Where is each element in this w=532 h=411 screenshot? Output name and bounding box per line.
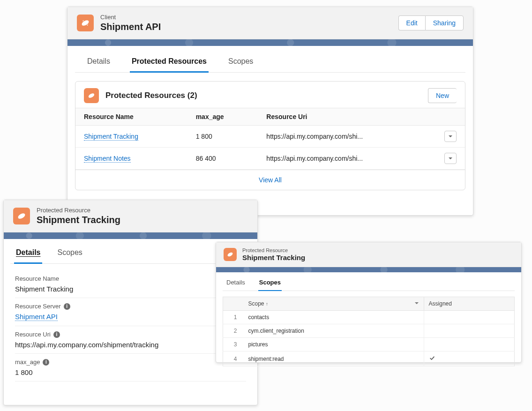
check-icon bbox=[429, 356, 435, 363]
view-all-link[interactable]: View All bbox=[259, 176, 282, 184]
decorative-ribbon bbox=[67, 39, 473, 46]
col-resource-uri[interactable]: Resource Uri bbox=[258, 108, 436, 126]
client-supertitle: Client bbox=[100, 14, 161, 21]
cell-assigned bbox=[424, 351, 514, 366]
edit-button[interactable]: Edit bbox=[398, 15, 425, 30]
scopes-header: Protected Resource Shipment Tracking bbox=[216, 242, 521, 267]
svg-point-2 bbox=[17, 212, 26, 220]
tab-details[interactable]: Details bbox=[225, 275, 246, 291]
resource-title: Shipment Tracking bbox=[37, 215, 120, 225]
resource-header-text: Protected Resource Shipment Tracking bbox=[37, 207, 120, 225]
field-label: Resource Name bbox=[15, 275, 246, 282]
tab-details[interactable]: Details bbox=[14, 244, 42, 264]
col-assigned[interactable]: Assigned bbox=[424, 297, 514, 311]
cell-assigned bbox=[424, 324, 514, 338]
field-value-link[interactable]: Shipment API bbox=[15, 313, 58, 321]
resource-link[interactable]: Shipment Notes bbox=[84, 155, 131, 163]
svg-point-1 bbox=[88, 92, 95, 98]
protected-resources-panel: Protected Resources (2) New Resource Nam… bbox=[75, 81, 465, 190]
client-title: Shipment API bbox=[100, 22, 161, 32]
resource-supertitle: Protected Resource bbox=[37, 207, 120, 214]
scopes-tabs: Details Scopes bbox=[223, 275, 515, 291]
col-scope-label: Scope bbox=[248, 300, 264, 307]
field-label: Resource Server bbox=[15, 303, 61, 310]
scopes-header-text: Protected Resource Shipment Tracking bbox=[242, 247, 305, 262]
chevron-down-icon bbox=[448, 156, 453, 161]
row-index: 4 bbox=[223, 351, 244, 366]
table-row: 4 shipment:read bbox=[223, 351, 515, 366]
col-scope[interactable]: Scope ↑ bbox=[244, 297, 424, 311]
scopes-table: Scope ↑ Assigned 1 contacts 2 cym.client… bbox=[223, 297, 515, 366]
field-resource-name: Resource Name Shipment Tracking bbox=[15, 270, 246, 298]
row-index: 2 bbox=[223, 324, 244, 338]
info-icon[interactable]: i bbox=[53, 331, 60, 338]
svg-point-3 bbox=[227, 252, 233, 257]
protected-resources-table: Resource Name max_age Resource Uri Shipm… bbox=[75, 108, 465, 170]
field-label: max_age bbox=[15, 359, 40, 366]
table-row: Shipment Tracking 1 800 https://api.my.c… bbox=[75, 126, 465, 148]
field-label: Resource Uri bbox=[15, 331, 51, 338]
protected-resources-icon bbox=[84, 88, 99, 103]
tab-details[interactable]: Details bbox=[85, 52, 112, 73]
row-index: 1 bbox=[223, 311, 244, 324]
column-menu-button[interactable] bbox=[414, 300, 419, 307]
client-header: Client Shipment API Edit Sharing bbox=[67, 7, 473, 39]
col-index bbox=[223, 297, 244, 311]
new-button[interactable]: New bbox=[428, 88, 457, 103]
field-resource-server: Resource Server i Shipment API bbox=[15, 298, 246, 326]
client-actions: Edit Sharing bbox=[398, 15, 464, 30]
client-tabs: Details Protected Resources Scopes bbox=[75, 52, 465, 73]
field-resource-uri: Resource Uri i https://api.my.company.co… bbox=[15, 326, 246, 354]
info-icon[interactable]: i bbox=[64, 303, 70, 310]
protected-resources-heading: Protected Resources (2) bbox=[105, 91, 197, 100]
info-icon[interactable]: i bbox=[43, 359, 49, 366]
decorative-ribbon bbox=[4, 232, 257, 239]
cell-scope: shipment:read bbox=[244, 351, 424, 366]
field-value: Shipment Tracking bbox=[15, 285, 246, 293]
field-value: 1 800 bbox=[15, 368, 246, 376]
client-card: Client Shipment API Edit Sharing Details… bbox=[67, 7, 473, 216]
cell-scope: contacts bbox=[244, 311, 424, 324]
cell-assigned bbox=[424, 311, 514, 324]
resource-details-header: Protected Resource Shipment Tracking bbox=[4, 200, 257, 232]
cell-uri: https://api.my.company.com/shi... bbox=[258, 148, 436, 170]
client-icon bbox=[77, 15, 94, 31]
client-header-text: Client Shipment API bbox=[100, 14, 161, 32]
resource-link[interactable]: Shipment Tracking bbox=[84, 133, 138, 141]
row-menu-button[interactable] bbox=[444, 153, 457, 164]
view-all-footer: View All bbox=[75, 170, 465, 190]
table-row: Shipment Notes 86 400 https://api.my.com… bbox=[75, 148, 465, 170]
row-menu-button[interactable] bbox=[444, 131, 457, 142]
cell-scope: pictures bbox=[244, 338, 424, 351]
scopes-supertitle: Protected Resource bbox=[242, 247, 305, 253]
resource-icon bbox=[13, 208, 30, 224]
chevron-down-icon bbox=[448, 134, 453, 139]
resource-tabs: Details Scopes bbox=[10, 244, 251, 264]
table-row: 1 contacts bbox=[223, 311, 515, 324]
tab-protected-resources[interactable]: Protected Resources bbox=[130, 52, 209, 73]
cell-max-age: 86 400 bbox=[187, 148, 258, 170]
col-resource-name[interactable]: Resource Name bbox=[75, 108, 187, 126]
table-row: 2 cym.client_registration bbox=[223, 324, 515, 338]
resource-scopes-card: Protected Resource Shipment Tracking Det… bbox=[216, 242, 522, 363]
decorative-ribbon bbox=[216, 267, 521, 272]
scopes-title: Shipment Tracking bbox=[242, 254, 305, 262]
cell-uri: https://api.my.company.com/shi... bbox=[258, 126, 436, 148]
table-row: 3 pictures bbox=[223, 338, 515, 351]
field-max-age: max_age i 1 800 bbox=[15, 354, 246, 381]
row-index: 3 bbox=[223, 338, 244, 351]
svg-point-0 bbox=[81, 19, 90, 27]
cell-assigned bbox=[424, 338, 514, 351]
resource-icon bbox=[224, 248, 237, 261]
tab-scopes[interactable]: Scopes bbox=[258, 275, 282, 291]
tab-scopes[interactable]: Scopes bbox=[226, 52, 255, 73]
cell-max-age: 1 800 bbox=[187, 126, 258, 148]
field-value: https://api.my.company.com/shipment/trac… bbox=[15, 341, 246, 349]
tab-scopes[interactable]: Scopes bbox=[55, 244, 84, 264]
sharing-button[interactable]: Sharing bbox=[425, 15, 464, 30]
col-max-age[interactable]: max_age bbox=[187, 108, 258, 126]
sort-asc-icon: ↑ bbox=[266, 301, 268, 306]
protected-resources-header: Protected Resources (2) New bbox=[75, 82, 465, 108]
cell-scope: cym.client_registration bbox=[244, 324, 424, 338]
chevron-down-icon bbox=[414, 301, 419, 306]
